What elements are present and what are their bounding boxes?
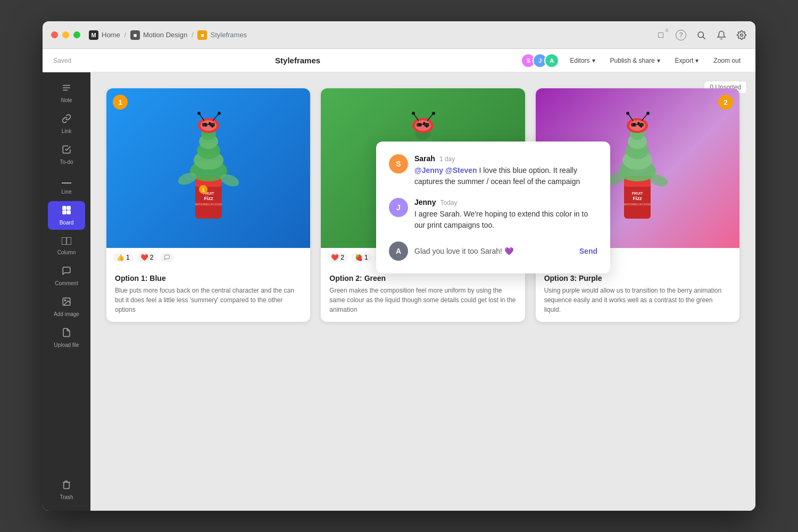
card-content-blue: Option 1: Blue Blue puts more focus back… bbox=[106, 267, 310, 322]
watermelon-art-blue: FRUIT Fizz WATERMELON SODA 1 bbox=[166, 102, 251, 235]
upload-file-icon bbox=[62, 328, 71, 340]
styleframes-icon: ■ bbox=[197, 30, 207, 40]
breadcrumb-motion-design[interactable]: ■ Motion Design bbox=[130, 30, 187, 40]
settings-icon[interactable] bbox=[736, 30, 747, 40]
help-icon[interactable]: ? bbox=[676, 30, 686, 40]
svg-point-14 bbox=[64, 300, 65, 301]
comment-body-jenny: Jenny Today I agree Sarah. We're hoping … bbox=[414, 198, 597, 231]
svg-point-60 bbox=[412, 112, 415, 115]
send-button[interactable]: Send bbox=[579, 247, 597, 255]
comment-input[interactable] bbox=[414, 247, 573, 255]
publish-chevron-icon: ▾ bbox=[657, 57, 660, 64]
sidebar-column-label: Column bbox=[57, 250, 76, 255]
comment-body-sarah: Sarah 1 day @Jenny @Steven I love this b… bbox=[414, 154, 597, 187]
svg-rect-10 bbox=[67, 211, 71, 214]
avatar-current-user: A bbox=[389, 242, 408, 261]
card-desc-purple: Using purple would allow us to transitio… bbox=[544, 286, 731, 314]
sidebar-item-link[interactable]: Link bbox=[48, 110, 85, 138]
sidebar-item-line[interactable]: Line bbox=[48, 171, 85, 199]
sidebar-todo-label: To-do bbox=[60, 159, 73, 165]
note-icon bbox=[62, 83, 71, 95]
device-icon[interactable]: □ 0 bbox=[655, 30, 666, 40]
reaction-heart[interactable]: ❤️2 bbox=[137, 253, 157, 262]
reaction-thumbsup[interactable]: 👍1 bbox=[113, 253, 134, 262]
toolbar: Saved Styleframes S J A Editors ▾ Publis… bbox=[43, 49, 755, 72]
zoom-out-button[interactable]: Zoom out bbox=[709, 55, 745, 66]
breadcrumb-home-label: Home bbox=[102, 31, 120, 39]
breadcrumb-home[interactable]: M Home bbox=[89, 30, 120, 40]
main: Note Link To-do Line bbox=[43, 72, 755, 511]
line-icon bbox=[62, 176, 71, 187]
trash-icon bbox=[62, 480, 71, 492]
breadcrumb-styleframes[interactable]: ■ Styleframes bbox=[197, 30, 247, 40]
sidebar-item-column[interactable]: Column bbox=[48, 232, 85, 260]
avatar-3: A bbox=[544, 53, 559, 68]
sidebar-board-label: Board bbox=[60, 220, 74, 226]
export-chevron-icon: ▾ bbox=[695, 57, 699, 64]
sidebar-item-add-image[interactable]: Add image bbox=[48, 293, 85, 321]
svg-text:Fizz: Fizz bbox=[633, 196, 642, 201]
reaction-comment-blue[interactable] bbox=[160, 253, 174, 262]
comment-time-sarah: 1 day bbox=[439, 155, 455, 163]
export-button[interactable]: Export ▾ bbox=[671, 55, 703, 66]
notification-icon[interactable] bbox=[716, 30, 727, 40]
svg-point-84 bbox=[626, 112, 629, 115]
sidebar-item-note[interactable]: Note bbox=[48, 79, 85, 107]
card-blue: 1 FRUIT Fizz WATERMELON SODA 1 bbox=[106, 88, 310, 322]
close-button[interactable] bbox=[51, 31, 58, 38]
saved-label: Saved bbox=[53, 57, 71, 64]
sidebar-comment-label: Comment bbox=[55, 280, 78, 286]
svg-point-86 bbox=[646, 112, 650, 115]
column-icon bbox=[62, 236, 71, 247]
sidebar-item-todo[interactable]: To-do bbox=[48, 140, 85, 169]
sidebar-add-image-label: Add image bbox=[54, 311, 79, 317]
reaction-heart-green[interactable]: ❤️2 bbox=[327, 253, 348, 262]
comment-author-sarah: Sarah bbox=[414, 154, 435, 163]
comment-mention-steven: @Steven bbox=[445, 166, 477, 174]
card-desc-green: Green makes the composition feel more un… bbox=[329, 286, 516, 314]
publish-label: Publish & share bbox=[610, 57, 655, 64]
card-title-purple: Option 3: Purple bbox=[544, 274, 731, 282]
page-title: Styleframes bbox=[71, 56, 524, 65]
comment-time-jenny: Today bbox=[440, 199, 457, 206]
comment-input-row: A Send bbox=[389, 242, 597, 261]
avatar-jenny: J bbox=[389, 198, 408, 217]
app-window: M Home / ■ Motion Design / ■ Styleframes… bbox=[43, 21, 755, 511]
svg-text:FRUIT: FRUIT bbox=[632, 192, 643, 195]
todo-icon bbox=[62, 145, 71, 157]
canvas: 0 Unsorted 1 FRUIT Fizz WATERM bbox=[90, 72, 755, 511]
svg-text:WATERMELON SODA: WATERMELON SODA bbox=[195, 203, 222, 206]
editors-label: Editors bbox=[570, 57, 589, 64]
comment-icon bbox=[62, 266, 71, 278]
card-desc-blue: Blue puts more focus back on the central… bbox=[115, 286, 302, 314]
sidebar-item-comment[interactable]: Comment bbox=[48, 262, 85, 290]
breadcrumb-styleframes-label: Styleframes bbox=[210, 31, 247, 39]
sidebar-link-label: Link bbox=[62, 128, 71, 134]
publish-button[interactable]: Publish & share ▾ bbox=[606, 55, 664, 66]
svg-rect-81 bbox=[638, 123, 644, 127]
comment-author-jenny: Jenny bbox=[414, 198, 436, 206]
sidebar: Note Link To-do Line bbox=[43, 72, 90, 511]
card-title-green: Option 2: Green bbox=[329, 274, 516, 282]
comment-jenny: J Jenny Today I agree Sarah. We're hopin… bbox=[389, 198, 597, 231]
board-icon bbox=[62, 205, 71, 218]
home-icon: M bbox=[89, 30, 98, 40]
sidebar-item-board[interactable]: Board bbox=[48, 201, 85, 230]
breadcrumb-sep-1: / bbox=[124, 31, 126, 39]
maximize-button[interactable] bbox=[73, 31, 80, 38]
search-icon[interactable] bbox=[696, 30, 706, 40]
sidebar-item-upload-file[interactable]: Upload file bbox=[48, 323, 85, 352]
reaction-strawberry[interactable]: 🍓1 bbox=[351, 253, 372, 262]
breadcrumb: M Home / ■ Motion Design / ■ Styleframes bbox=[89, 30, 247, 40]
svg-rect-32 bbox=[202, 123, 207, 127]
editor-avatars: S J A bbox=[524, 53, 559, 68]
titlebar-right: □ 0 ? bbox=[655, 30, 747, 40]
comment-sarah: S Sarah 1 day @Jenny @Steven I love this… bbox=[389, 154, 597, 187]
card-content-purple: Option 3: Purple Using purple would allo… bbox=[536, 267, 739, 322]
motion-design-icon: ■ bbox=[130, 30, 140, 40]
editors-button[interactable]: Editors ▾ bbox=[566, 55, 599, 66]
sidebar-item-trash[interactable]: Trash bbox=[48, 476, 85, 504]
svg-point-38 bbox=[218, 112, 221, 115]
minimize-button[interactable] bbox=[62, 31, 69, 38]
card-image-blue: 1 FRUIT Fizz WATERMELON SODA 1 bbox=[106, 88, 310, 248]
